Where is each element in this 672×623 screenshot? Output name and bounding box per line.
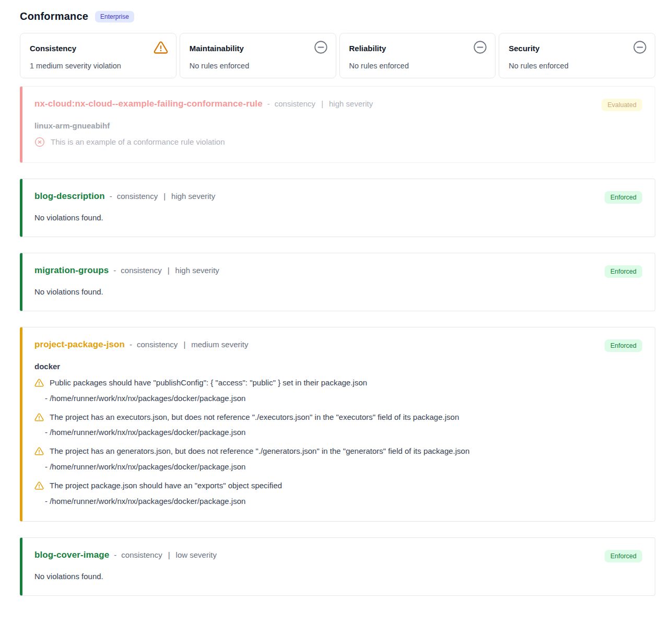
- rule-dash: -: [113, 266, 116, 275]
- summary-card-title: Reliability: [349, 40, 386, 53]
- rule-card-project-package-json: project-package-json - consistency | med…: [20, 327, 655, 522]
- rule-title: nx-cloud:nx-cloud--example-failing-confo…: [34, 99, 373, 109]
- rule-title: migration-groups - consistency | high se…: [34, 265, 219, 276]
- warning-triangle-icon: [34, 446, 44, 456]
- violation-message: The project has an generators.json, but …: [50, 445, 469, 457]
- dash-circle-icon: [314, 40, 328, 54]
- rule-head: nx-cloud:nx-cloud--example-failing-confo…: [34, 99, 642, 111]
- rule-card-blog-cover-image: blog-cover-image - consistency | low sev…: [20, 537, 655, 596]
- enterprise-badge: Enterprise: [95, 11, 134, 22]
- rule-head: project-package-json - consistency | med…: [34, 339, 642, 352]
- rule-dash: -: [114, 550, 116, 559]
- violation-item: This is an example of a conformance rule…: [34, 136, 642, 148]
- rule-head: migration-groups - consistency | high se…: [34, 265, 642, 278]
- rule-card-migration-groups: migration-groups - consistency | high se…: [20, 253, 655, 311]
- summary-card-maintainability: Maintainability No rules enforced: [180, 33, 336, 78]
- x-circle-icon: [34, 137, 45, 147]
- enforced-badge: Enforced: [605, 339, 642, 352]
- violation-message: Public packages should have "publishConf…: [50, 377, 367, 389]
- warning-triangle-icon: [34, 481, 44, 490]
- rule-severity: medium severity: [191, 340, 248, 349]
- violation-item: The project has an generators.json, but …: [34, 445, 642, 472]
- violation-row: The project package.json should have an …: [34, 480, 642, 491]
- rule-list: nx-cloud:nx-cloud--example-failing-confo…: [20, 86, 655, 596]
- violation-file-path: - /home/runner/work/nx/nx/packages/docke…: [45, 461, 642, 472]
- rule-title: project-package-json - consistency | med…: [34, 339, 248, 350]
- rule-project-name: docker: [34, 362, 642, 371]
- rule-severity: high severity: [329, 99, 373, 108]
- rule-name-link[interactable]: blog-description: [34, 191, 105, 202]
- no-violations-message: No violations found.: [34, 213, 642, 222]
- summary-card-title: Consistency: [30, 40, 76, 53]
- violation-item: Public packages should have "publishConf…: [34, 377, 642, 404]
- no-violations-message: No violations found.: [34, 572, 642, 581]
- rule-separator: |: [163, 192, 166, 201]
- page-title: Conformance: [20, 10, 88, 22]
- rule-name-link[interactable]: project-package-json: [34, 339, 125, 350]
- rule-category: consistency: [121, 266, 161, 275]
- violation-message: The project has an executors.json, but d…: [50, 412, 459, 423]
- enforced-badge: Enforced: [605, 191, 642, 204]
- rule-name-link[interactable]: blog-cover-image: [34, 550, 109, 560]
- rule-separator: |: [168, 266, 170, 275]
- summary-card-top: Consistency: [30, 40, 168, 55]
- rule-project-name: linux-arm-gnueabihf: [34, 121, 642, 130]
- warning-triangle-icon: [34, 378, 44, 387]
- violation-row: The project has an generators.json, but …: [34, 445, 642, 457]
- violation-list: This is an example of a conformance rule…: [34, 136, 642, 148]
- dash-circle-icon: [473, 40, 487, 54]
- summary-card-top: Reliability: [349, 40, 488, 54]
- rule-severity: low severity: [176, 550, 217, 559]
- rule-title: blog-description - consistency | high se…: [34, 191, 215, 202]
- rule-category: consistency: [121, 550, 162, 559]
- violation-file-path: - /home/runner/work/nx/nx/packages/docke…: [45, 496, 642, 507]
- rule-dash: -: [129, 340, 132, 349]
- rule-dash: -: [110, 192, 112, 201]
- violation-item: The project has an executors.json, but d…: [34, 412, 642, 438]
- rule-severity: high severity: [175, 266, 219, 275]
- rule-severity: high severity: [171, 192, 215, 201]
- rule-category: consistency: [137, 340, 178, 349]
- no-violations-message: No violations found.: [34, 287, 642, 296]
- rule-head: blog-description - consistency | high se…: [34, 191, 642, 204]
- warning-triangle-icon: [154, 40, 168, 55]
- summary-card-top: Security: [509, 40, 647, 54]
- violation-row: The project has an executors.json, but d…: [34, 412, 642, 423]
- violation-row: Public packages should have "publishConf…: [34, 377, 642, 389]
- violation-file-path: - /home/runner/work/nx/nx/packages/docke…: [45, 427, 642, 438]
- rule-separator: |: [321, 99, 323, 108]
- rule-name-link[interactable]: nx-cloud:nx-cloud--example-failing-confo…: [34, 99, 263, 109]
- violation-list: Public packages should have "publishConf…: [34, 377, 642, 507]
- summary-card-title: Security: [509, 40, 539, 53]
- violation-message: The project package.json should have an …: [50, 480, 282, 491]
- rule-category: consistency: [275, 99, 315, 108]
- summary-cards: Consistency 1 medium severity violation …: [20, 33, 655, 78]
- violation-file-path: - /home/runner/work/nx/nx/packages/docke…: [45, 393, 642, 404]
- summary-card-consistency: Consistency 1 medium severity violation: [20, 33, 176, 78]
- summary-card-top: Maintainability: [190, 40, 328, 54]
- rule-separator: |: [168, 550, 170, 559]
- rule-separator: |: [183, 340, 185, 349]
- rule-category: consistency: [117, 192, 158, 201]
- summary-card-status: No rules enforced: [190, 62, 328, 70]
- page-header: Conformance Enterprise: [20, 10, 655, 22]
- rule-title: blog-cover-image - consistency | low sev…: [34, 550, 217, 560]
- enforced-badge: Enforced: [605, 550, 642, 562]
- warning-triangle-icon: [34, 413, 44, 422]
- rule-dash: -: [267, 99, 270, 108]
- rule-card-blog-description: blog-description - consistency | high se…: [20, 179, 655, 237]
- summary-card-reliability: Reliability No rules enforced: [339, 33, 496, 78]
- enforced-badge: Enforced: [605, 265, 642, 278]
- summary-card-security: Security No rules enforced: [499, 33, 655, 78]
- summary-card-title: Maintainability: [190, 40, 244, 53]
- rule-name-link[interactable]: migration-groups: [34, 265, 109, 276]
- rule-head: blog-cover-image - consistency | low sev…: [34, 550, 642, 562]
- violation-message: This is an example of a conformance rule…: [51, 136, 225, 148]
- conformance-page: Conformance Enterprise Consistency 1 med…: [0, 0, 672, 612]
- summary-card-status: No rules enforced: [509, 62, 647, 70]
- dash-circle-icon: [633, 40, 647, 54]
- evaluated-badge: Evaluated: [602, 99, 642, 111]
- violation-row: This is an example of a conformance rule…: [34, 136, 642, 148]
- violation-item: The project package.json should have an …: [34, 480, 642, 507]
- summary-card-status: 1 medium severity violation: [30, 62, 168, 70]
